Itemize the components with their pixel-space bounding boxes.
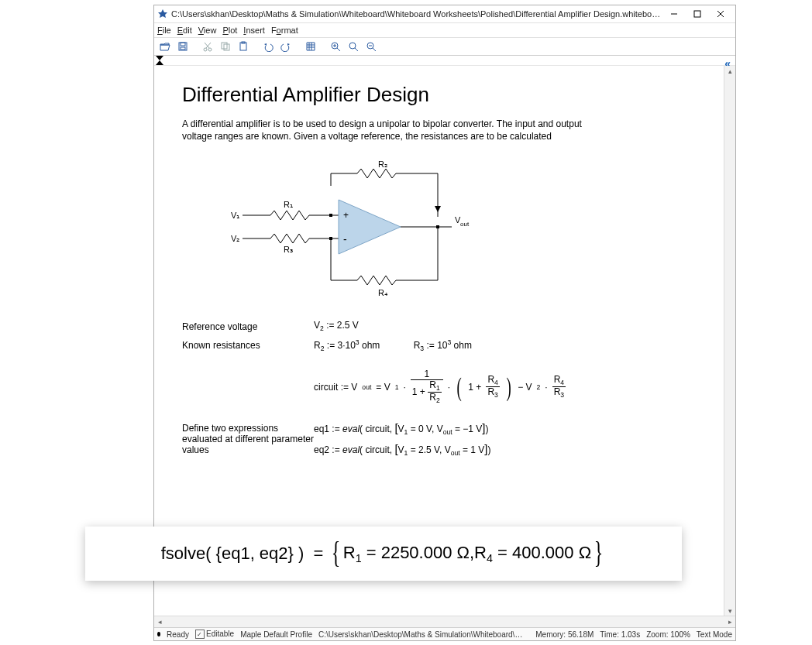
zoom-in-icon[interactable] [328,39,343,54]
svg-text:out: out [460,221,470,228]
zoom-out-icon[interactable] [363,39,379,54]
status-ready: Ready [167,630,189,639]
intro-paragraph: A differential amplifier is to be used t… [182,118,585,142]
save-icon[interactable] [175,39,191,54]
menu-file[interactable]: File [157,26,171,35]
menu-insert[interactable]: Insert [243,26,265,35]
paste-icon[interactable] [236,39,251,54]
scroll-down-icon[interactable]: ▾ [724,606,735,616]
eq-def-label: Define two expressions evaluated at diff… [182,421,314,455]
known-res-value: R2 := 3·103 ohm R3 := 103 ohm [314,338,697,352]
svg-line-22 [373,48,376,51]
svg-text:V₁: V₁ [231,211,239,220]
fsolve-result-popup: fsolve( {eq1, eq2} ) = { R1 = 2250.000 Ω… [85,527,682,581]
svg-rect-6 [181,47,185,50]
close-button[interactable] [709,6,732,22]
svg-point-19 [349,43,356,49]
horizontal-scrollbar[interactable]: ◂ ▸ [154,616,735,627]
menu-bar: File Edit View Plot Insert Format [154,23,735,38]
title-bar: C:\Users\skhan\Desktop\Maths & Simulatio… [154,5,735,23]
zoom-reset-icon[interactable] [346,39,361,54]
svg-point-8 [208,48,212,51]
status-time: Time: 1.03s [600,630,640,639]
svg-text:R₃: R₃ [284,245,293,254]
menu-plot[interactable]: Plot [222,26,237,35]
svg-line-20 [355,48,358,51]
known-res-label: Known resistances [182,338,314,351]
circuit-diagram: R₂ V₁ R₁ [205,156,697,306]
page-title: Differential Amplifier Design [182,83,697,107]
open-icon[interactable] [157,39,173,54]
circuit-equation: circuit := Vout = V1· 1 1 + R1R2 ·(1 + R… [314,369,697,404]
window-title: C:\Users\skhan\Desktop\Maths & Simulatio… [171,9,662,19]
status-path: C:\Users\skhan\Desktop\Maths & Simulatio… [318,630,529,639]
menu-format[interactable]: Format [271,26,298,35]
svg-text:+: + [343,210,349,221]
app-logo-icon [157,9,168,19]
svg-marker-39 [339,200,401,254]
fsolve-r1: R1 = 2250.000 Ω, [343,543,474,564]
status-mode: Text Mode [697,630,732,639]
grid-icon[interactable] [303,39,318,54]
scroll-right-icon[interactable]: ▸ [724,616,735,627]
right-brace-icon: } [594,534,604,571]
scroll-left-icon[interactable]: ◂ [154,616,165,627]
scroll-up-icon[interactable]: ▴ [724,66,735,77]
ruler-marker-bottom[interactable] [156,60,163,65]
ref-voltage-label: Reference voltage [182,320,314,332]
status-editable: ✓Editable [195,630,234,640]
left-brace-icon: { [331,534,340,571]
svg-text:R₂: R₂ [378,160,387,169]
ruler-bar: « [154,56,735,66]
fsolve-lhs: fsolve( {eq1, eq2} ) = [161,544,329,564]
maximize-button[interactable] [686,6,709,22]
ref-voltage-value: V2 := 2.5 V [314,320,697,332]
svg-text:R₄: R₄ [378,288,388,297]
toolbar [154,38,735,56]
fsolve-r4: R4 = 400.000 Ω [474,543,591,564]
cut-icon[interactable] [200,39,215,54]
menu-edit[interactable]: Edit [177,26,192,35]
status-zoom: Zoom: 100% [646,630,690,639]
svg-text:-: - [343,233,347,245]
status-memory: Memory: 56.18M [535,630,594,639]
circuit-eq-label [182,369,314,371]
svg-text:R₁: R₁ [284,200,293,209]
svg-point-7 [204,48,207,51]
svg-line-16 [337,48,340,51]
minimize-button[interactable] [662,6,686,22]
status-indicator-icon [157,632,160,636]
vertical-scrollbar[interactable]: ▴ ▾ [724,66,735,616]
status-bar: Ready ✓Editable Maple Default Profile C:… [154,627,735,640]
undo-icon[interactable] [260,39,276,54]
eq-definitions: eq1 := eval( circuit, [V1 = 0 V, Vout = … [314,421,697,457]
svg-rect-5 [181,43,185,46]
status-profile: Maple Default Profile [240,630,312,639]
menu-view[interactable]: View [198,26,217,35]
copy-icon[interactable] [218,39,233,54]
svg-rect-1 [694,11,700,17]
svg-rect-33 [329,214,332,217]
svg-text:V₂: V₂ [231,234,239,243]
redo-icon[interactable] [278,39,294,54]
